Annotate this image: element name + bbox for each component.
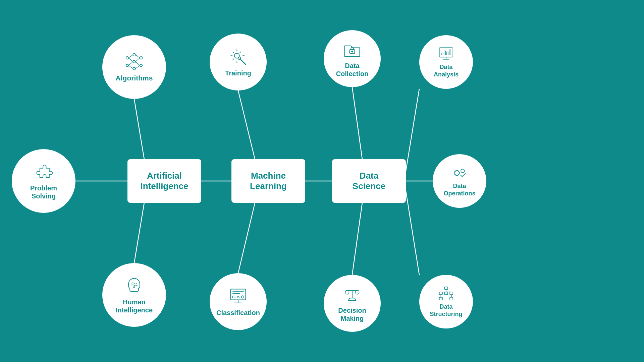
svg-line-19 <box>128 55 133 58</box>
svg-marker-35 <box>237 296 239 298</box>
data-structuring-node: Data Structuring <box>419 275 473 328</box>
svg-rect-52 <box>444 287 447 290</box>
classification-node: Classification <box>210 273 267 330</box>
data-analysis-node: Data Analysis <box>419 35 473 89</box>
algorithms-label: Algorithms <box>116 74 153 82</box>
svg-point-13 <box>126 64 129 67</box>
network-icon <box>124 52 144 72</box>
svg-line-9 <box>406 89 419 171</box>
svg-rect-61 <box>450 297 453 300</box>
connections-svg <box>0 0 644 362</box>
decision-making-node: Decision Making <box>324 275 381 332</box>
svg-rect-60 <box>439 297 442 300</box>
svg-line-26 <box>136 66 140 69</box>
problem-solving-node: Problem Solving <box>12 149 75 213</box>
svg-line-5 <box>238 203 255 273</box>
data-analysis-label: Data Analysis <box>434 64 459 78</box>
data-analysis-icon <box>438 46 454 62</box>
svg-rect-31 <box>231 289 246 300</box>
training-icon <box>228 47 248 67</box>
ds-node: Data Science <box>332 159 406 203</box>
svg-line-29 <box>240 59 246 65</box>
data-collection-label: Data Collection <box>336 62 369 78</box>
svg-point-15 <box>133 61 136 63</box>
svg-rect-47 <box>444 51 446 55</box>
svg-rect-34 <box>232 296 235 298</box>
svg-line-25 <box>136 62 140 65</box>
svg-line-4 <box>238 90 255 159</box>
ai-label: Artificial Intelligence <box>140 171 188 191</box>
svg-rect-55 <box>439 292 442 295</box>
svg-line-2 <box>134 203 144 263</box>
svg-point-14 <box>133 54 136 56</box>
algorithms-node: Algorithms <box>102 35 166 99</box>
svg-point-30 <box>238 57 241 60</box>
svg-line-1 <box>134 99 144 159</box>
brain-head-icon <box>124 276 144 296</box>
svg-line-20 <box>128 58 133 62</box>
svg-line-23 <box>136 55 140 58</box>
svg-point-16 <box>133 67 136 70</box>
svg-rect-49 <box>449 50 451 55</box>
svg-line-21 <box>128 62 133 65</box>
svg-rect-57 <box>450 292 453 295</box>
human-intelligence-node: Human Intelligence <box>102 263 166 327</box>
svg-point-40 <box>352 51 353 52</box>
ds-label: Data Science <box>353 171 385 191</box>
svg-point-12 <box>126 57 129 59</box>
ml-label: Machine Learning <box>250 171 287 191</box>
svg-point-18 <box>140 64 143 67</box>
svg-rect-48 <box>447 52 448 55</box>
ml-node: Machine Learning <box>231 159 305 203</box>
data-operations-label: Data Operations <box>443 183 475 197</box>
svg-point-17 <box>140 57 143 59</box>
svg-line-7 <box>352 87 362 159</box>
svg-rect-56 <box>444 292 447 295</box>
svg-line-22 <box>128 66 133 69</box>
data-operations-icon <box>451 165 468 181</box>
problem-solving-label: Problem Solving <box>30 184 57 200</box>
svg-point-27 <box>133 287 135 288</box>
data-operations-node: Data Operations <box>433 154 486 208</box>
data-structuring-icon <box>438 285 454 302</box>
puzzle-icon <box>34 162 54 182</box>
decision-making-icon <box>342 284 362 304</box>
training-label: Training <box>225 69 251 77</box>
training-node: Training <box>210 34 267 90</box>
svg-rect-46 <box>441 53 443 55</box>
decision-making-label: Decision Making <box>338 306 366 322</box>
human-intelligence-label: Human Intelligence <box>116 298 153 314</box>
classification-icon <box>228 287 248 307</box>
data-collection-node: Data Collection <box>324 30 381 87</box>
ai-node: Artificial Intelligence <box>127 159 201 203</box>
data-collection-icon <box>342 40 362 60</box>
svg-line-11 <box>406 191 419 275</box>
svg-line-24 <box>136 58 140 62</box>
classification-label: Classification <box>216 309 260 317</box>
diagram-container: Artificial Intelligence Machine Learning… <box>0 0 644 362</box>
svg-point-36 <box>241 296 244 298</box>
svg-line-8 <box>352 203 362 275</box>
data-structuring-label: Data Structuring <box>430 303 463 318</box>
